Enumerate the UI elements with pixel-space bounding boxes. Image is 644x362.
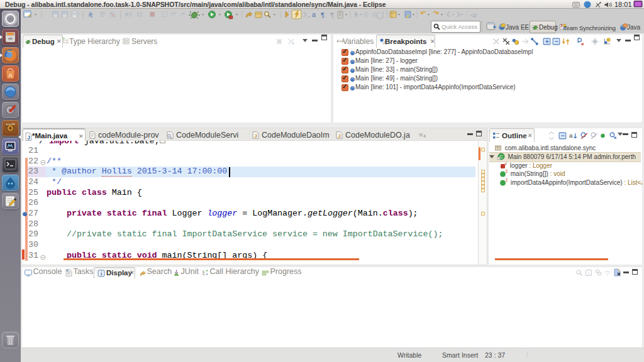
svg-text:A: A [8, 72, 12, 79]
svg-text:J: J [338, 133, 340, 139]
svg-text:¶: ¶ [330, 11, 334, 19]
svg-text:Java EE: Java EE [6, 123, 15, 126]
svg-text:F: F [505, 162, 507, 166]
svg-text:i: i [588, 270, 590, 276]
svg-text:J: J [27, 134, 30, 141]
svg-text:a: a [569, 132, 573, 139]
svg-text:J: J [254, 133, 257, 139]
svg-text:a: a [312, 11, 316, 18]
svg-text:4: 4 [423, 134, 426, 138]
svg-text:S: S [506, 178, 508, 182]
svg-text:¶: ¶ [321, 11, 325, 19]
svg-text:S: S [506, 170, 508, 173]
